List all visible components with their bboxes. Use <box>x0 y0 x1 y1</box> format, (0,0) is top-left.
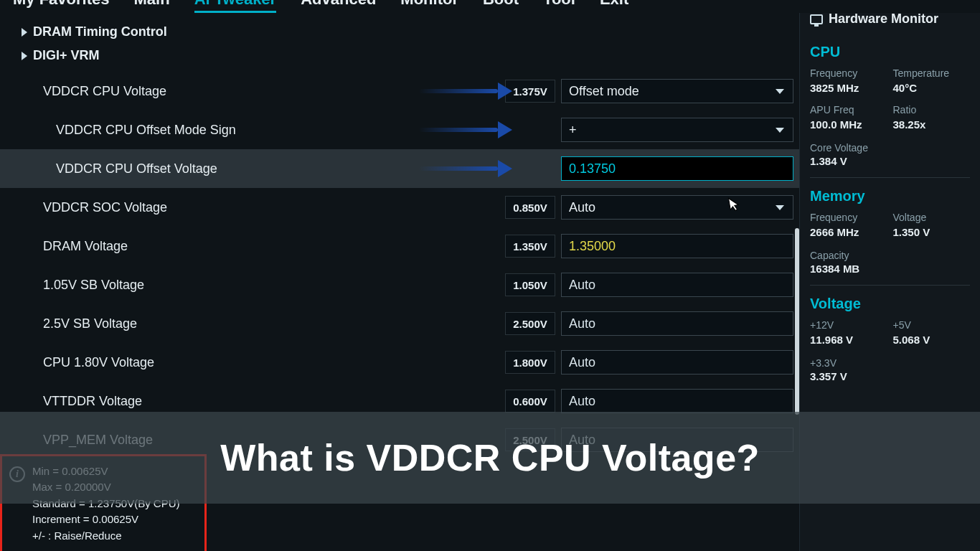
setting-input[interactable]: 0.13750 <box>561 156 793 181</box>
v5-value: 5.068 V <box>893 334 971 346</box>
setting-current-value: 0.600V <box>505 390 555 413</box>
setting-current-value: 1.375V <box>505 80 555 103</box>
tab-tool[interactable]: Tool <box>543 0 575 9</box>
setting-input[interactable]: Auto <box>561 389 793 413</box>
setting-label: 1.05V SB Voltage <box>43 278 505 293</box>
chevron-right-icon <box>22 28 27 37</box>
section-title-memory: Memory <box>810 188 970 204</box>
setting-input[interactable]: Auto <box>561 273 793 297</box>
infobox-line: Increment = 0.00625V <box>32 512 196 528</box>
infobox-line: +/- : Raise/Reduce <box>32 528 196 545</box>
setting-label: VDDCR SOC Voltage <box>43 200 505 215</box>
setting-label: VTTDDR Voltage <box>43 394 505 409</box>
mem-voltage-value: 1.350 V <box>893 226 971 238</box>
v33-value: 3.357 V <box>810 370 970 382</box>
section-title-voltage: Voltage <box>810 296 970 312</box>
mem-frequency-label: Frequency <box>810 212 887 223</box>
hardware-monitor-title: Hardware Monitor <box>829 11 938 27</box>
cpu-temperature-value: 40°C <box>893 82 971 94</box>
setting-select[interactable]: Offset mode <box>561 79 793 103</box>
setting-row: 1.05V SB Voltage1.050VAuto <box>0 265 799 304</box>
setting-row: CPU 1.80V Voltage1.800VAuto <box>0 343 799 382</box>
apu-freq-label: APU Freq <box>810 104 887 116</box>
tab-ai-tweaker[interactable]: Ai Tweaker <box>194 0 277 9</box>
setting-current-value: 1.050V <box>505 273 555 296</box>
mem-capacity-label: Capacity <box>810 250 970 261</box>
v12-value: 11.968 V <box>810 334 887 346</box>
v12-label: +12V <box>810 319 887 331</box>
tree-item-digi-vrm[interactable]: DIGI+ VRM <box>22 44 799 67</box>
divider <box>810 177 970 178</box>
mem-frequency-value: 2666 MHz <box>810 226 887 238</box>
setting-row: VDDCR CPU Voltage1.375VOffset mode <box>0 72 799 110</box>
mem-voltage-label: Voltage <box>893 212 971 223</box>
setting-input[interactable]: 1.35000 <box>561 234 793 258</box>
setting-label: 2.5V SB Voltage <box>43 316 505 331</box>
setting-row: DRAM Voltage1.350V1.35000 <box>0 227 799 265</box>
cpu-temperature-label: Temperature <box>893 67 971 79</box>
core-voltage-value: 1.384 V <box>810 155 970 167</box>
setting-label: CPU 1.80V Voltage <box>43 355 505 370</box>
tab-advanced[interactable]: Advanced <box>301 0 376 9</box>
tree-item-label: DRAM Timing Control <box>33 24 167 39</box>
tab-main[interactable]: Main <box>134 0 170 9</box>
tab-boot[interactable]: Boot <box>483 0 519 9</box>
ratio-label: Ratio <box>893 104 971 116</box>
setting-label: DRAM Voltage <box>43 239 505 254</box>
ratio-value: 38.25x <box>893 118 971 131</box>
annotation-arrow-icon <box>419 164 512 174</box>
setting-current-value: 1.350V <box>505 235 555 258</box>
setting-select[interactable]: + <box>561 118 793 142</box>
cpu-frequency-value: 3825 MHz <box>810 82 887 94</box>
chevron-right-icon <box>22 52 27 60</box>
hardware-monitor-header: Hardware Monitor <box>810 11 970 34</box>
tab-my-favorites[interactable]: My Favorites <box>13 0 110 9</box>
monitor-icon <box>810 14 823 24</box>
setting-current-value: 0.850V <box>505 196 555 219</box>
divider <box>810 285 970 286</box>
cpu-frequency-label: Frequency <box>810 67 887 79</box>
setting-input[interactable]: Auto <box>561 311 793 336</box>
setting-current-value: 2.500V <box>505 312 555 335</box>
setting-row: VDDCR SOC Voltage0.850VAuto <box>0 188 799 227</box>
setting-input[interactable]: Auto <box>561 350 793 375</box>
apu-freq-value: 100.0 MHz <box>810 118 887 131</box>
setting-select[interactable]: Auto <box>561 195 793 220</box>
setting-row: VDDCR CPU Offset Mode Sign+ <box>0 110 799 149</box>
annotation-arrow-icon <box>419 125 512 135</box>
annotation-arrow-icon <box>419 86 512 96</box>
setting-row: 2.5V SB Voltage2.500VAuto <box>0 304 799 343</box>
section-title-cpu: CPU <box>810 44 970 60</box>
mem-capacity-value: 16384 MB <box>810 263 970 275</box>
tree-item-label: DIGI+ VRM <box>33 48 100 63</box>
setting-row: VDDCR CPU Offset Voltage0.13750 <box>0 149 799 188</box>
tab-exit[interactable]: Exit <box>600 0 628 9</box>
caption-overlay: What is VDDCR CPU Voltage? <box>0 412 980 504</box>
setting-current-value: 1.800V <box>505 351 555 374</box>
core-voltage-label: Core Voltage <box>810 142 970 154</box>
v5-label: +5V <box>893 319 971 331</box>
v33-label: +3.3V <box>810 357 970 369</box>
caption-text: What is VDDCR CPU Voltage? <box>220 436 760 479</box>
tree-item-dram-timing[interactable]: DRAM Timing Control <box>22 20 799 44</box>
tab-monitor[interactable]: Monitor <box>400 0 458 9</box>
